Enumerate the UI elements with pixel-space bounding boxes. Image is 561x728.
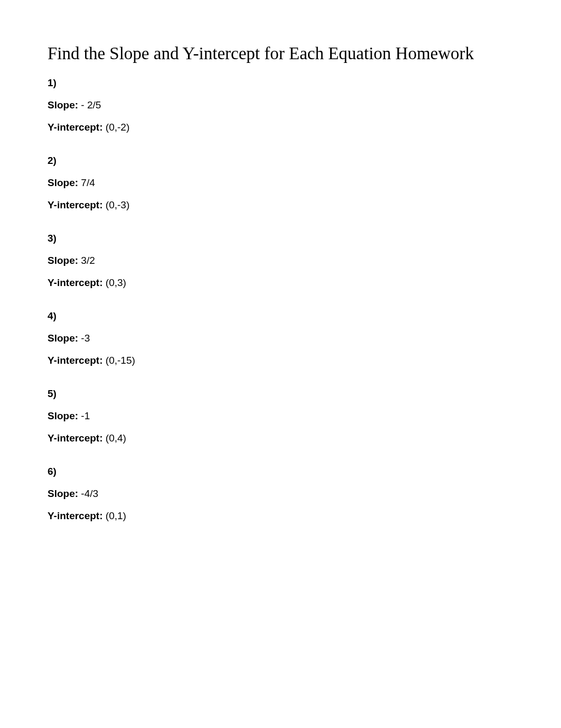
problem-number: 5) xyxy=(48,388,513,400)
y-intercept-label: Y-intercept: xyxy=(48,122,103,133)
y-intercept-line: Y-intercept: (0,4) xyxy=(48,432,513,444)
y-intercept-value: (0,-3) xyxy=(106,199,129,210)
y-intercept-value: (0,-15) xyxy=(106,355,135,366)
slope-label: Slope: xyxy=(48,177,78,188)
section-divider: ----------------------------------------… xyxy=(48,380,513,381)
slope-label: Slope: xyxy=(48,255,78,266)
document-page: Find the Slope and Y-intercept for Each … xyxy=(0,0,561,568)
section-divider: ----------------------------------------… xyxy=(48,69,513,70)
y-intercept-value: (0,1) xyxy=(106,510,126,521)
problem-number: 2) xyxy=(48,155,513,167)
slope-label: Slope: xyxy=(48,488,78,499)
y-intercept-label: Y-intercept: xyxy=(48,277,103,288)
slope-value: -1 xyxy=(81,410,90,421)
slope-line: Slope: -4/3 xyxy=(48,488,513,500)
problem-block: 3)Slope: 3/2Y-intercept: (0,3) xyxy=(48,225,513,302)
section-divider: ----------------------------------------… xyxy=(48,458,513,458)
problem-number: 3) xyxy=(48,233,513,244)
slope-value: 7/4 xyxy=(81,177,95,188)
y-intercept-label: Y-intercept: xyxy=(48,510,103,521)
slope-value: -4/3 xyxy=(81,488,98,499)
problems-container: ----------------------------------------… xyxy=(48,69,513,536)
slope-line: Slope: 3/2 xyxy=(48,255,513,266)
slope-label: Slope: xyxy=(48,333,78,344)
y-intercept-value: (0,4) xyxy=(106,432,126,444)
problem-block: 4)Slope: -3Y-intercept: (0,-15) xyxy=(48,303,513,380)
y-intercept-line: Y-intercept: (0,-15) xyxy=(48,355,513,366)
y-intercept-line: Y-intercept: (0,1) xyxy=(48,510,513,522)
problem-number: 1) xyxy=(48,77,513,89)
section-divider: ----------------------------------------… xyxy=(48,225,513,225)
y-intercept-label: Y-intercept: xyxy=(48,355,103,366)
problem-block: 5)Slope: -1Y-intercept: (0,4) xyxy=(48,381,513,458)
y-intercept-label: Y-intercept: xyxy=(48,199,103,210)
y-intercept-value: (0,3) xyxy=(106,277,126,288)
slope-value: 3/2 xyxy=(81,255,95,266)
y-intercept-line: Y-intercept: (0,-3) xyxy=(48,199,513,211)
slope-line: Slope: -3 xyxy=(48,333,513,344)
y-intercept-value: (0,-2) xyxy=(106,122,129,133)
problem-number: 4) xyxy=(48,310,513,322)
slope-line: Slope: -1 xyxy=(48,410,513,422)
slope-line: Slope: 7/4 xyxy=(48,177,513,189)
slope-label: Slope: xyxy=(48,99,78,110)
section-divider: ----------------------------------------… xyxy=(48,147,513,148)
slope-label: Slope: xyxy=(48,410,78,421)
slope-line: Slope: - 2/5 xyxy=(48,99,513,111)
section-divider: ----------------------------------------… xyxy=(48,302,513,303)
y-intercept-label: Y-intercept: xyxy=(48,432,103,444)
page-title: Find the Slope and Y-intercept for Each … xyxy=(48,42,513,65)
problem-number: 6) xyxy=(48,466,513,477)
section-divider: ----------------------------------------… xyxy=(48,536,513,536)
problem-block: 2)Slope: 7/4Y-intercept: (0,-3) xyxy=(48,148,513,225)
problem-block: 1)Slope: - 2/5Y-intercept: (0,-2) xyxy=(48,70,513,147)
slope-value: -3 xyxy=(81,333,90,344)
slope-value: - 2/5 xyxy=(81,99,101,110)
y-intercept-line: Y-intercept: (0,3) xyxy=(48,277,513,289)
problem-block: 6)Slope: -4/3Y-intercept: (0,1) xyxy=(48,458,513,536)
y-intercept-line: Y-intercept: (0,-2) xyxy=(48,122,513,133)
